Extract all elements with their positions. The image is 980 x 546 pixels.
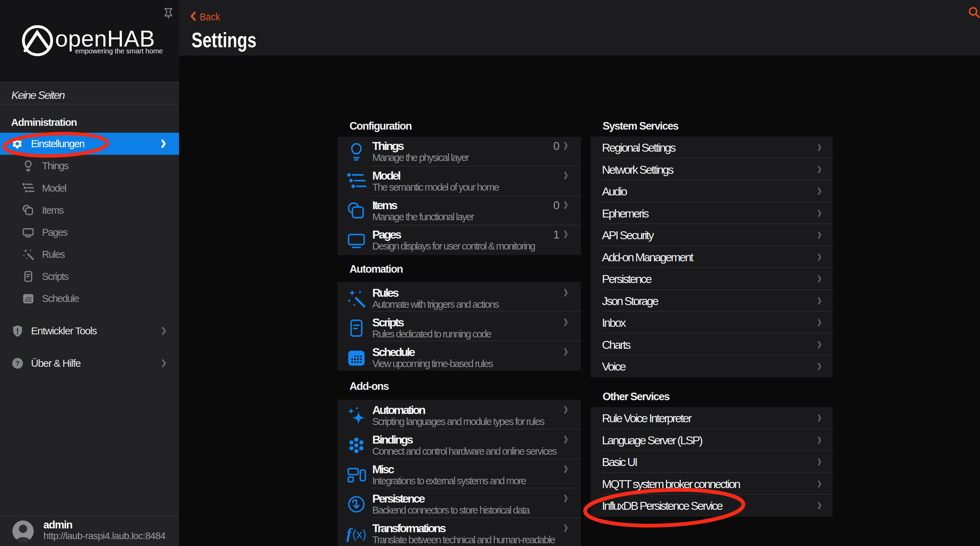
svg-text:?: ? [16,359,20,367]
svg-text:f: f [347,525,353,542]
svg-text:(x): (x) [352,527,366,541]
